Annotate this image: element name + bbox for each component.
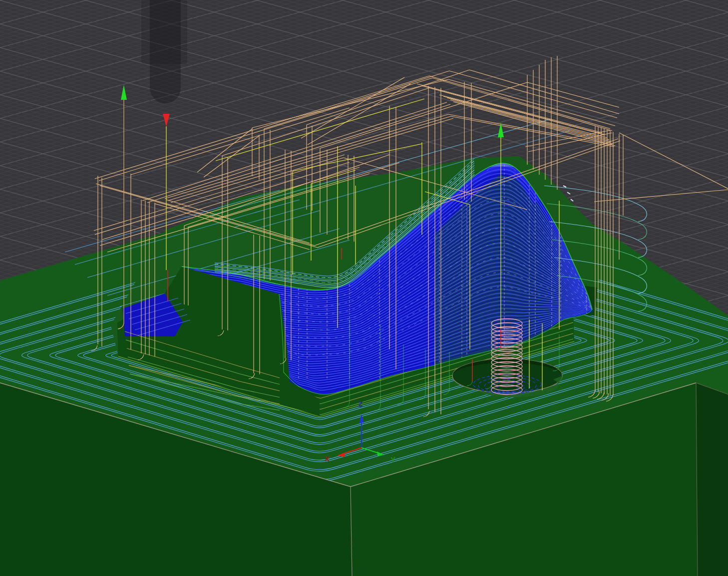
svg-text:X: X xyxy=(325,454,330,463)
svg-text:Z: Z xyxy=(358,400,363,408)
svg-text:Y: Y xyxy=(390,455,395,464)
